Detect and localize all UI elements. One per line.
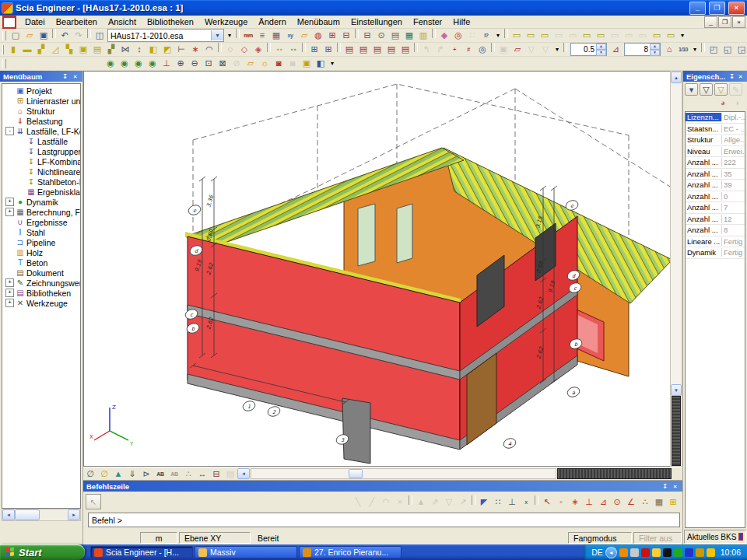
tree-item[interactable]: ⇓ Belastung (2, 116, 80, 126)
show-toggle-9-icon[interactable]: ▭ (622, 29, 636, 42)
combo-dropdown-icon[interactable]: ▾ (211, 30, 223, 40)
house-model[interactable] (185, 148, 670, 464)
menu-werkzeuge[interactable]: Werkzeuge (199, 16, 253, 27)
results-diagram-1-icon[interactable]: ▤ (342, 43, 356, 56)
show-toggle-5-icon[interactable]: ▭ (566, 29, 580, 42)
toolbar-icon[interactable] (87, 29, 91, 38)
viewport-vertical-scrollbar[interactable]: ▴ ▾ (670, 71, 682, 467)
mdi-close-button[interactable]: × (732, 16, 745, 28)
property-combo-button[interactable]: ▾ (685, 83, 698, 96)
paperspace-icon[interactable]: ▥ (416, 29, 430, 42)
tree-item[interactable]: - ⇊ Lastfälle, LF-Kombi (2, 126, 80, 136)
tree-item[interactable]: T Beton (2, 257, 80, 268)
property-row[interactable]: Lizenzn... Dipl.-... (686, 112, 745, 124)
tree-item[interactable]: ∪ Ergebnisse (2, 217, 80, 227)
zoom-previous-icon[interactable]: ⊘ (230, 57, 244, 70)
snapshot-gray-icon[interactable]: ◙ (286, 57, 300, 70)
pin-icon[interactable]: ↧ (61, 72, 69, 81)
print-preview-icon[interactable]: ⊙ (374, 29, 388, 42)
cursor-up-icon[interactable]: ▲ (414, 495, 428, 509)
panda-tray-icon[interactable] (663, 548, 672, 557)
user-blocks-icon[interactable]: ⊞ (307, 43, 321, 56)
tree-item[interactable]: ↧ Lastfälle (2, 136, 80, 146)
restore-button[interactable]: ❐ (709, 2, 725, 15)
history-dropdown-icon[interactable]: ▾ (225, 29, 234, 42)
snap-mode-field[interactable]: Fangmodus (568, 532, 632, 544)
snap-icon[interactable] (472, 495, 475, 505)
snap-new-icon[interactable]: ⊞ (666, 495, 680, 509)
virus-scanner-tray-icon[interactable] (641, 548, 650, 557)
rafter-icon[interactable]: ▞ (34, 43, 48, 56)
view-direction-2-icon[interactable]: ◉ (117, 57, 132, 70)
pin-icon[interactable]: ↧ (661, 482, 669, 491)
show-toggle-6-icon[interactable]: ▭ (580, 29, 594, 42)
member-recognition-icon[interactable]: ∘∘ (286, 43, 300, 56)
table-results-icon[interactable]: ⊟ (339, 29, 353, 42)
basement-wall[interactable] (342, 398, 370, 464)
section-scale-icon[interactable]: ⌂ (662, 43, 676, 56)
duct-icon[interactable]: ▤ (90, 43, 104, 56)
spin-up-icon[interactable]: ▲ (650, 44, 660, 50)
open-saved-view-icon[interactable]: ▱ (244, 57, 258, 70)
toolbar-icon[interactable] (432, 29, 436, 38)
actions-pie-icon[interactable]: ◕ (717, 97, 729, 109)
autodesign-icon[interactable]: ◎ (451, 29, 465, 42)
snap-icon[interactable] (409, 495, 412, 505)
menu-menuebaum[interactable]: Menübaum (292, 16, 345, 27)
view-direction-1-icon[interactable]: ◉ (103, 57, 117, 70)
snap-toggle-icon[interactable]: x (519, 495, 533, 509)
beam-icon[interactable]: ▬ (20, 43, 34, 56)
select-polygon-icon[interactable]: ◇ (237, 43, 251, 56)
tree-item[interactable]: ▥ Holz (2, 247, 80, 257)
hide-icons-chevron[interactable]: ◂ (605, 547, 617, 558)
close-panel-icon[interactable]: × (71, 72, 79, 81)
tree-item[interactable]: ⊐ Pipeline (2, 237, 80, 247)
cursor-vector-icon[interactable]: ↗ (456, 495, 470, 509)
model-viewport[interactable]: 3.36 0.80 2.62 2.62 9.19 3.15 0.60 2.62 … (83, 71, 670, 467)
show-toggle-4-icon[interactable]: ▭ (552, 29, 566, 42)
print-icon[interactable]: ⊟ (360, 29, 374, 42)
zoom-scroll-thumb[interactable] (672, 396, 681, 466)
snap-icon[interactable] (535, 495, 538, 505)
tree-item[interactable]: ↧ Stahlbeton-LFK (2, 177, 80, 187)
tree-item[interactable]: ↧ Nichtlineare LF (2, 166, 80, 177)
command-input[interactable]: Befehl > (88, 513, 680, 527)
scroll-thumb[interactable] (349, 469, 363, 478)
scroll-up-icon[interactable]: ▴ (671, 72, 682, 83)
menu-tree-title[interactable]: Menübaum ↧ × (0, 71, 82, 82)
tree-item[interactable]: ▦ Ergebnisklasse (2, 187, 80, 197)
tree-expander[interactable]: + (5, 289, 14, 297)
gable-door-opening[interactable] (397, 204, 412, 263)
property-row[interactable]: Dynamik Fertig (686, 247, 745, 259)
copy-attributes-icon[interactable]: ∘∘ (272, 43, 286, 56)
units-icon[interactable]: mm (241, 29, 255, 42)
scissors-icon[interactable]: ⋈ (118, 43, 132, 56)
load-scale-spinner[interactable]: ▲▼ (570, 43, 607, 56)
step-forward-icon[interactable]: ↱ (433, 43, 447, 56)
show-toggle-1-icon[interactable]: ▭ (510, 29, 524, 42)
tree-item[interactable]: + ✕ Werkzeuge (2, 298, 80, 308)
clip-box-icon[interactable]: ▣ (300, 57, 314, 70)
snap-toolbox-icon[interactable]: ▦ (652, 495, 666, 509)
show-toggle-8-icon[interactable]: ▭ (608, 29, 622, 42)
filter-flash-icon[interactable]: ▽ (714, 83, 728, 96)
printer-tray-icon[interactable] (630, 548, 639, 557)
start-button[interactable]: Start (0, 544, 85, 560)
tree-item[interactable]: + ▦ Berechnung, FE-N (2, 207, 80, 217)
picture-gallery-icon[interactable]: ▦ (402, 29, 416, 42)
snap-arc-icon[interactable]: ◠ (379, 495, 393, 509)
snap-ray-icon[interactable]: ╱ (365, 495, 379, 509)
window-settings-icon[interactable]: ◲ (735, 43, 747, 56)
mdi-restore-button[interactable]: ❐ (718, 16, 731, 28)
close-panel-icon[interactable]: × (671, 482, 679, 491)
toolbar-icon[interactable] (504, 29, 508, 38)
menu-bibliotheken[interactable]: Bibliotheken (142, 16, 199, 27)
snap-grid-icon[interactable]: ∴ (638, 495, 652, 509)
scroll-down-icon[interactable]: ▾ (671, 384, 682, 396)
scroll-thumb[interactable] (15, 509, 40, 520)
tree-expander[interactable]: + (5, 198, 14, 206)
command-panel-title[interactable]: Befehlszeile ↧ × (83, 481, 682, 492)
snap-line-icon[interactable]: ╲ (351, 495, 365, 509)
project-window-icon[interactable]: ◫ (93, 29, 107, 42)
menu-einstellungen[interactable]: Einstellungen (345, 16, 408, 27)
